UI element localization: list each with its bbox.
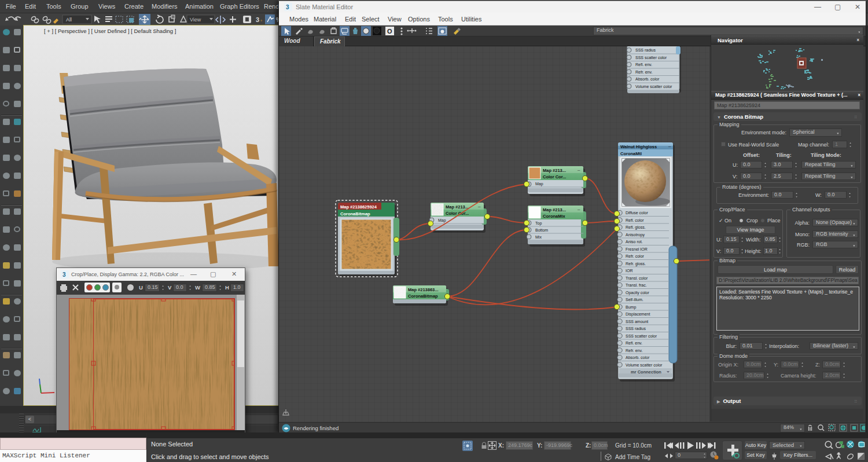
svg-text:IOR: IOR	[626, 269, 632, 273]
svg-text:–: –	[668, 144, 671, 149]
svg-text:Transl. frac.: Transl. frac.	[626, 283, 647, 287]
svg-text:Bottom: Bottom	[535, 228, 548, 232]
svg-text:Opacity color: Opacity color	[626, 291, 650, 295]
svg-text:Refr. gloss.: Refr. gloss.	[626, 262, 646, 266]
svg-text:Map: Map	[438, 218, 446, 223]
svg-text:Refl. env.: Refl. env.	[626, 341, 642, 345]
svg-text:CoronaMix: CoronaMix	[543, 214, 566, 219]
svg-text:Map #213...: Map #213...	[446, 204, 469, 210]
svg-text:Self-illum.: Self-illum.	[626, 298, 643, 302]
svg-text:–: –	[578, 167, 580, 173]
svg-text:Refr. env.: Refr. env.	[626, 349, 642, 353]
svg-text:Aniso rot.: Aniso rot.	[626, 240, 643, 244]
svg-text:–: –	[578, 207, 580, 212]
svg-text:SSS amount: SSS amount	[626, 320, 648, 324]
svg-text:CoronaMtl: CoronaMtl	[620, 151, 642, 156]
svg-text:Bump: Bump	[626, 305, 636, 310]
svg-text:SSS scatter color: SSS scatter color	[635, 56, 667, 60]
svg-text:Refr. env.: Refr. env.	[635, 70, 652, 74]
svg-text:CoronaBitmap: CoronaBitmap	[408, 294, 438, 299]
svg-text:Volume scatter color: Volume scatter color	[626, 363, 663, 367]
svg-text:SSS radius: SSS radius	[626, 327, 646, 331]
svg-text:SSS radius: SSS radius	[635, 48, 656, 52]
svg-text:Refl. color: Refl. color	[626, 218, 644, 222]
svg-text:CoronaBitmap: CoronaBitmap	[340, 211, 370, 217]
svg-text:Absorb. color: Absorb. color	[635, 77, 660, 81]
svg-text:SSS scatter color: SSS scatter color	[626, 334, 657, 338]
svg-text:Transl. color: Transl. color	[626, 276, 648, 280]
svg-text:Map: Map	[535, 182, 543, 186]
svg-text:Refr. color: Refr. color	[626, 254, 645, 258]
svg-text:All: All	[66, 17, 72, 23]
svg-text:Map #2138625924: Map #2138625924	[340, 204, 377, 210]
svg-text:Refl. gloss.: Refl. gloss.	[626, 225, 646, 230]
svg-text:Walnut Highgloss: Walnut Highgloss	[620, 144, 657, 149]
svg-text:°: °	[260, 19, 262, 24]
svg-text:Absorb. color: Absorb. color	[626, 355, 650, 360]
svg-text:Map #213863...: Map #213863...	[408, 287, 439, 292]
svg-text:Refl. env.: Refl. env.	[635, 63, 652, 67]
svg-text:Volume scatter color: Volume scatter color	[635, 85, 672, 89]
svg-text:Map #213...: Map #213...	[543, 168, 566, 173]
svg-text:Mix: Mix	[535, 235, 542, 239]
svg-text:3: 3	[62, 272, 66, 278]
svg-text:O: O	[387, 28, 392, 35]
svg-text:Anisotropy: Anisotropy	[626, 233, 645, 237]
svg-text:View: View	[190, 17, 201, 23]
svg-text:Color Cor...: Color Cor...	[446, 211, 469, 216]
svg-text:Top: Top	[535, 221, 542, 226]
svg-text:Fresnel IOR: Fresnel IOR	[626, 247, 648, 251]
svg-text:Color Cor...: Color Cor...	[543, 174, 566, 179]
svg-text:Diffuse color: Diffuse color	[626, 211, 648, 215]
svg-text:Displacement: Displacement	[626, 312, 650, 317]
svg-text:3: 3	[256, 16, 259, 23]
svg-text:3: 3	[286, 4, 289, 10]
svg-text:–: –	[478, 204, 481, 209]
svg-text:Map #213...: Map #213...	[543, 207, 566, 212]
